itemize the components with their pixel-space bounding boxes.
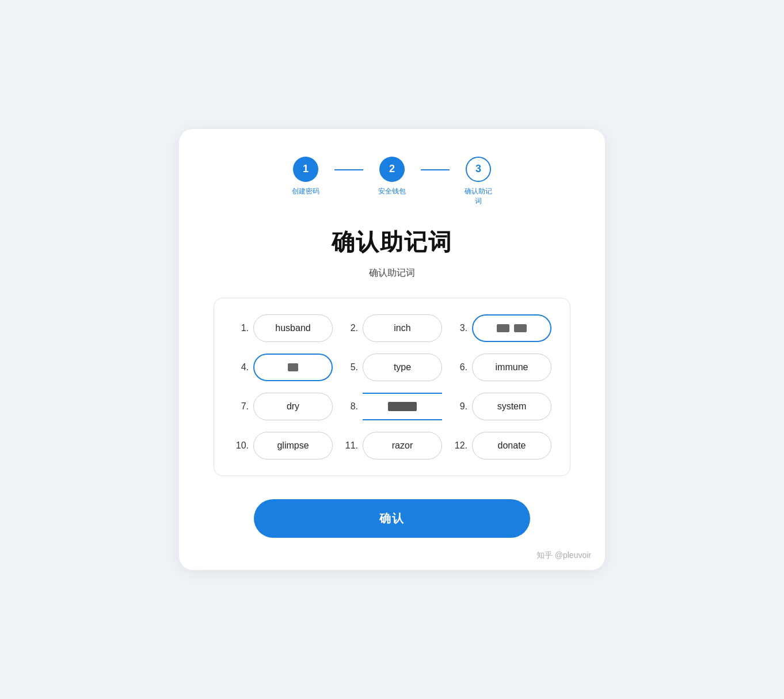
word-number-8: 8.	[342, 401, 358, 412]
word-item-5: 5. type	[342, 354, 442, 381]
step-3-number: 3	[475, 163, 481, 175]
step-3-circle: 3	[466, 157, 491, 182]
redact-block-8	[388, 402, 417, 411]
word-number-2: 2.	[342, 323, 358, 333]
confirm-button[interactable]: 确认	[254, 499, 530, 538]
word-pill-7[interactable]: dry	[253, 393, 333, 420]
word-pill-6[interactable]: immune	[472, 354, 551, 381]
redact-block-4	[288, 363, 298, 371]
word-number-7: 7.	[233, 401, 249, 412]
stepper: 1 创建密码 2 安全钱包 3 确认助记词	[214, 157, 570, 206]
step-connector-2-3	[421, 169, 450, 170]
step-2-group: 2 安全钱包	[363, 157, 421, 196]
redact-block-3b	[514, 324, 527, 332]
word-pill-9[interactable]: system	[472, 393, 551, 420]
step-1-circle: 1	[293, 157, 318, 182]
step-2-number: 2	[389, 163, 395, 175]
word-pill-4[interactable]	[253, 354, 333, 381]
word-number-1: 1.	[233, 323, 249, 333]
page-title: 确认助记词	[214, 226, 570, 258]
word-number-9: 9.	[451, 401, 467, 412]
watermark: 知乎 @pleuvoir	[536, 550, 591, 561]
word-pill-12[interactable]: donate	[472, 432, 551, 459]
word-item-7: 7. dry	[233, 393, 333, 420]
word-pill-1[interactable]: husband	[253, 314, 333, 342]
sub-title: 确认助记词	[214, 267, 570, 279]
step-3-group: 3 确认助记词	[450, 157, 507, 206]
word-number-11: 11.	[342, 440, 358, 451]
word-number-12: 12.	[451, 440, 467, 451]
word-pill-5[interactable]: type	[363, 354, 442, 381]
word-item-2: 2. inch	[342, 314, 442, 342]
word-pill-10[interactable]: glimpse	[253, 432, 333, 459]
word-number-6: 6.	[451, 362, 467, 373]
word-item-12: 12. donate	[451, 432, 551, 459]
word-number-4: 4.	[233, 362, 249, 373]
word-item-1: 1. husband	[233, 314, 333, 342]
word-grid: 1. husband 2. inch 3. 4.	[233, 314, 551, 459]
word-number-3: 3.	[451, 323, 467, 333]
word-item-10: 10. glimpse	[233, 432, 333, 459]
redact-block-3a	[497, 324, 509, 332]
main-card: 1 创建密码 2 安全钱包 3 确认助记词 确认助记词 确认助记词 1.	[179, 129, 605, 571]
step-1-label: 创建密码	[292, 187, 319, 196]
word-pill-3[interactable]	[472, 314, 551, 342]
step-connector-1-2	[334, 169, 363, 170]
step-1-group: 1 创建密码	[277, 157, 334, 196]
word-number-10: 10.	[233, 440, 249, 451]
word-item-11: 11. razor	[342, 432, 442, 459]
step-1-number: 1	[303, 163, 309, 175]
word-pill-11[interactable]: razor	[363, 432, 442, 459]
word-pill-2[interactable]: inch	[363, 314, 442, 342]
step-3-label: 确认助记词	[465, 187, 492, 206]
word-pill-8[interactable]	[363, 393, 442, 420]
word-item-4: 4.	[233, 354, 333, 381]
word-item-8: 8.	[342, 393, 442, 420]
step-2-label: 安全钱包	[378, 187, 406, 196]
step-2-circle: 2	[379, 157, 405, 182]
word-number-5: 5.	[342, 362, 358, 373]
word-item-9: 9. system	[451, 393, 551, 420]
word-item-3: 3.	[451, 314, 551, 342]
word-item-6: 6. immune	[451, 354, 551, 381]
word-grid-container: 1. husband 2. inch 3. 4.	[214, 298, 570, 476]
